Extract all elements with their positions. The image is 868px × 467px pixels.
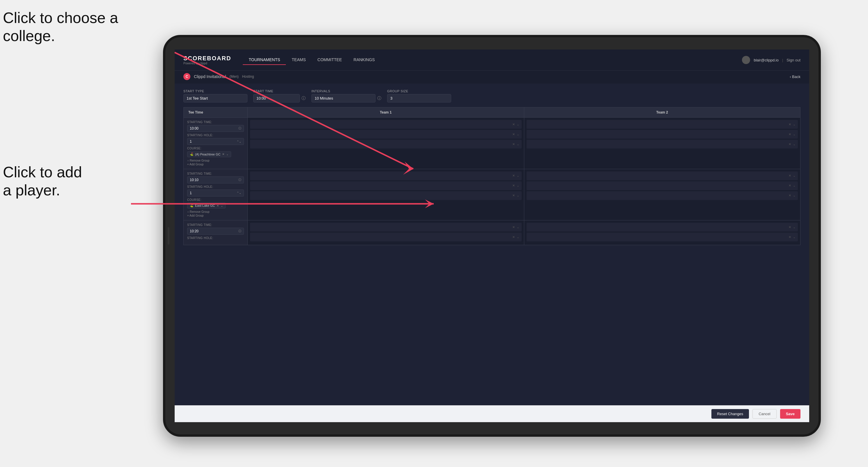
nav-tournaments[interactable]: TOURNAMENTS (243, 55, 286, 65)
player-slot-3-2[interactable]: ✕ ⌄ (250, 232, 522, 241)
course-tag-2[interactable]: ⛳ East Lake GC ✕ ⌄ (187, 203, 225, 209)
starting-hole-value-1: 1 ⌃⌄ (187, 138, 244, 145)
t22-x-2[interactable]: ✕ (788, 184, 791, 187)
p3-x-2[interactable]: ✕ (512, 235, 515, 239)
t23-c-2[interactable]: ⌄ (793, 235, 796, 239)
team2-player-slot-1-3[interactable]: ✕ ⌄ (527, 140, 798, 149)
start-time-icon: ⓘ (302, 96, 306, 101)
col-tee-time: Tee Time (184, 107, 248, 118)
t2-chevron-icon-2[interactable]: ⌄ (793, 132, 796, 136)
hole-arrows-2: ⌃⌄ (237, 191, 241, 194)
clippd-logo: C (183, 73, 190, 80)
group-size-select[interactable]: 3 (387, 94, 451, 102)
course-remove-2[interactable]: ✕ (217, 204, 219, 207)
course-chevron-2[interactable]: ⌄ (221, 204, 223, 207)
tablet-side-button (168, 227, 169, 245)
remove-group-btn-2[interactable]: ○ Remove Group (187, 210, 244, 213)
add-group-btn-2[interactable]: + Add Group (187, 214, 244, 217)
player-x-icon-2[interactable]: ✕ (512, 132, 515, 136)
starting-hole-label-2: STARTING HOLE: (187, 185, 244, 188)
event-status: Hosting (242, 74, 254, 79)
player-slot-3-1[interactable]: ✕ ⌄ (250, 223, 522, 231)
team2-cell-2: ✕ ⌄ ✕ ⌄ ✕ ⌄ (524, 169, 801, 220)
p2-x-2[interactable]: ✕ (512, 184, 515, 187)
team2-player-slot-1-1[interactable]: ✕ ⌄ (527, 120, 798, 129)
start-time-input[interactable] (253, 94, 300, 102)
breadcrumb-bar: C Clippd Invitational (Men) Hosting ‹ Ba… (175, 70, 809, 84)
t22-c-3[interactable]: ⌄ (793, 194, 796, 197)
course-tag-1[interactable]: ⛳ (A) Peachtree GC ✕ ⌄ (187, 151, 231, 157)
col-team1: Team 1 (248, 107, 524, 118)
team2-cell-3: ✕ ⌄ ✕ ⌄ (524, 220, 801, 245)
team2-player-slot-2-3[interactable]: ✕ ⌄ (527, 191, 798, 200)
start-time-label: Start Time (253, 89, 306, 93)
player-x-icon[interactable]: ✕ (512, 123, 515, 126)
t23-x-1[interactable]: ✕ (788, 225, 791, 229)
player-slot-1-2[interactable]: ✕ ⌄ (250, 130, 522, 138)
starting-time-value-2: 10:10 ⓘ (187, 177, 244, 183)
t23-c-1[interactable]: ⌄ (793, 225, 796, 229)
player-chevron-icon-3[interactable]: ⌄ (517, 143, 519, 146)
team2-player-slot-3-1[interactable]: ✕ ⌄ (527, 223, 798, 231)
p2-x-3[interactable]: ✕ (512, 194, 515, 197)
team2-player-slot-3-2[interactable]: ✕ ⌄ (527, 232, 798, 241)
add-group-btn-1[interactable]: + Add Group (187, 163, 244, 166)
cancel-button[interactable]: Cancel (752, 409, 776, 419)
nav-committee[interactable]: COMMITTEE (312, 55, 348, 65)
annotation-add-player: Click to adda player. (3, 163, 82, 199)
p2-c-1[interactable]: ⌄ (517, 174, 519, 178)
tablet-device: SCOREBOARD Powered by clippd TOURNAMENTS… (163, 35, 821, 437)
p2-c-3[interactable]: ⌄ (517, 194, 519, 197)
course-chevron-1[interactable]: ⌄ (226, 153, 228, 156)
player-slot-1-3[interactable]: ✕ ⌄ (250, 140, 522, 149)
t22-c-1[interactable]: ⌄ (793, 174, 796, 178)
player-slot-2-3[interactable]: ✕ ⌄ (250, 191, 522, 200)
header-right: blair@clippd.io | Sign out (742, 56, 801, 64)
player-chevron-icon-2[interactable]: ⌄ (517, 132, 519, 136)
start-type-group: Start Type 1st Tee Start (183, 89, 247, 102)
player-slot-1-1[interactable]: ✕ ⌄ (250, 120, 522, 129)
reset-changes-button[interactable]: Reset Changes (711, 409, 749, 419)
player-slot-2-1[interactable]: ✕ ⌄ (250, 172, 522, 180)
player-chevron-icon[interactable]: ⌄ (517, 123, 519, 126)
team2-player-slot-2-2[interactable]: ✕ ⌄ (527, 181, 798, 190)
remove-group-btn-1[interactable]: ○ Remove Group (187, 159, 244, 162)
team2-player-slot-2-1[interactable]: ✕ ⌄ (527, 172, 798, 180)
team2-player-slot-1-2[interactable]: ✕ ⌄ (527, 130, 798, 138)
course-flag-icon-2: ⛳ (190, 204, 193, 207)
group-size-label: Group Size (387, 89, 451, 93)
p2-c-2[interactable]: ⌄ (517, 184, 519, 187)
t22-c-2[interactable]: ⌄ (793, 184, 796, 187)
nav-teams[interactable]: TEAMS (286, 55, 311, 65)
t23-x-2[interactable]: ✕ (788, 235, 791, 239)
sign-out-link[interactable]: Sign out (786, 58, 801, 62)
p3-c-2[interactable]: ⌄ (517, 235, 519, 239)
tablet-screen: SCOREBOARD Powered by clippd TOURNAMENTS… (175, 50, 809, 422)
player-x-icon-3[interactable]: ✕ (512, 143, 515, 146)
starting-time-value-1: 10:00 ⓘ (187, 125, 244, 132)
starting-hole-label-3: STARTING HOLE: (187, 237, 244, 240)
t2-chevron-icon-3[interactable]: ⌄ (793, 143, 796, 146)
course-remove-1[interactable]: ✕ (222, 153, 224, 156)
t2-x-icon-1[interactable]: ✕ (788, 123, 791, 126)
player-slot-2-2[interactable]: ✕ ⌄ (250, 181, 522, 190)
back-button[interactable]: ‹ Back (790, 74, 801, 79)
t2-x-icon-3[interactable]: ✕ (788, 143, 791, 146)
save-button[interactable]: Save (780, 409, 801, 419)
t22-x-1[interactable]: ✕ (788, 174, 791, 178)
starting-time-value-3: 10:20 ⓘ (187, 228, 244, 235)
t2-chevron-icon-1[interactable]: ⌄ (793, 123, 796, 126)
t2-x-icon-2[interactable]: ✕ (788, 132, 791, 136)
team1-cell-3: ✕ ⌄ ✕ ⌄ (248, 220, 524, 245)
p3-c-1[interactable]: ⌄ (517, 225, 519, 229)
nav-rankings[interactable]: RANKINGS (348, 55, 381, 65)
intervals-select[interactable]: 10 Minutes (311, 94, 375, 102)
time-info-icon-2: ⓘ (238, 178, 241, 182)
course-flag-icon-1: ⛳ (190, 153, 193, 156)
user-email: blair@clippd.io (754, 58, 778, 62)
t22-x-3[interactable]: ✕ (788, 194, 791, 197)
p2-x-1[interactable]: ✕ (512, 174, 515, 178)
p3-x-1[interactable]: ✕ (512, 225, 515, 229)
start-type-select[interactable]: 1st Tee Start (183, 94, 247, 102)
annotation-choose-college: Click to choose a college. (3, 9, 118, 45)
